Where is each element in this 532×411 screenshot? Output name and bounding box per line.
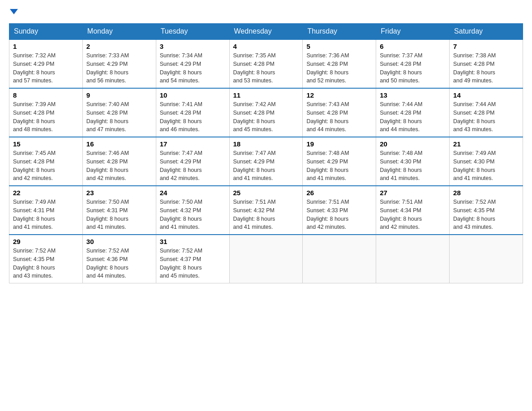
calendar-cell: 26Sunrise: 7:51 AMSunset: 4:33 PMDayligh… (303, 186, 376, 235)
calendar-cell: 17Sunrise: 7:47 AMSunset: 4:29 PMDayligh… (156, 137, 229, 186)
calendar-cell: 24Sunrise: 7:50 AMSunset: 4:32 PMDayligh… (156, 186, 229, 235)
calendar-col-header: Wednesday (229, 24, 303, 40)
day-number: 16 (86, 140, 152, 148)
day-number: 13 (380, 91, 446, 99)
day-number: 27 (380, 189, 446, 197)
calendar-cell: 4Sunrise: 7:35 AMSunset: 4:28 PMDaylight… (229, 39, 303, 88)
calendar-cell: 27Sunrise: 7:51 AMSunset: 4:34 PMDayligh… (376, 186, 450, 235)
day-info: Sunrise: 7:46 AMSunset: 4:28 PMDaylight:… (86, 149, 152, 183)
calendar-table: SundayMondayTuesdayWednesdayThursdayFrid… (9, 23, 523, 283)
calendar-cell: 16Sunrise: 7:46 AMSunset: 4:28 PMDayligh… (82, 137, 156, 186)
day-number: 12 (306, 91, 372, 99)
day-info: Sunrise: 7:35 AMSunset: 4:28 PMDaylight:… (233, 51, 299, 85)
calendar-cell: 2Sunrise: 7:33 AMSunset: 4:29 PMDaylight… (82, 39, 156, 88)
calendar-col-header: Sunday (9, 24, 83, 40)
calendar-col-header: Thursday (303, 24, 376, 40)
day-info: Sunrise: 7:48 AMSunset: 4:30 PMDaylight:… (380, 149, 446, 183)
calendar-cell: 30Sunrise: 7:52 AMSunset: 4:36 PMDayligh… (82, 235, 156, 283)
day-number: 24 (160, 189, 226, 197)
calendar-cell: 22Sunrise: 7:49 AMSunset: 4:31 PMDayligh… (9, 186, 83, 235)
calendar-week-row: 15Sunrise: 7:45 AMSunset: 4:28 PMDayligh… (9, 137, 523, 186)
day-number: 8 (13, 91, 79, 99)
calendar-week-row: 29Sunrise: 7:52 AMSunset: 4:35 PMDayligh… (9, 235, 523, 283)
day-info: Sunrise: 7:44 AMSunset: 4:28 PMDaylight:… (380, 100, 446, 134)
day-info: Sunrise: 7:45 AMSunset: 4:28 PMDaylight:… (13, 149, 79, 183)
day-number: 19 (306, 140, 372, 148)
day-info: Sunrise: 7:50 AMSunset: 4:32 PMDaylight:… (160, 198, 226, 231)
day-info: Sunrise: 7:40 AMSunset: 4:28 PMDaylight:… (86, 100, 152, 134)
calendar-cell: 3Sunrise: 7:34 AMSunset: 4:29 PMDaylight… (156, 39, 229, 88)
day-number: 25 (233, 189, 299, 197)
calendar-cell (450, 235, 523, 283)
day-number: 7 (453, 43, 519, 50)
day-info: Sunrise: 7:38 AMSunset: 4:28 PMDaylight:… (453, 51, 519, 85)
calendar-week-row: 1Sunrise: 7:32 AMSunset: 4:29 PMDaylight… (9, 39, 523, 88)
day-number: 18 (233, 140, 299, 148)
day-number: 4 (233, 43, 299, 50)
day-number: 9 (86, 91, 152, 99)
day-number: 6 (380, 43, 446, 50)
day-number: 28 (453, 189, 519, 197)
calendar-week-row: 8Sunrise: 7:39 AMSunset: 4:28 PMDaylight… (9, 88, 523, 137)
calendar-cell: 1Sunrise: 7:32 AMSunset: 4:29 PMDaylight… (9, 39, 83, 88)
day-info: Sunrise: 7:32 AMSunset: 4:29 PMDaylight:… (13, 51, 79, 85)
day-info: Sunrise: 7:51 AMSunset: 4:32 PMDaylight:… (233, 198, 299, 231)
calendar-col-header: Friday (376, 24, 450, 40)
calendar-cell: 12Sunrise: 7:43 AMSunset: 4:28 PMDayligh… (303, 88, 376, 137)
day-info: Sunrise: 7:33 AMSunset: 4:29 PMDaylight:… (86, 51, 152, 85)
day-info: Sunrise: 7:50 AMSunset: 4:31 PMDaylight:… (86, 198, 152, 231)
day-info: Sunrise: 7:41 AMSunset: 4:28 PMDaylight:… (160, 100, 226, 134)
day-info: Sunrise: 7:49 AMSunset: 4:31 PMDaylight:… (13, 198, 79, 231)
calendar-col-header: Saturday (450, 24, 523, 40)
calendar-cell: 11Sunrise: 7:42 AMSunset: 4:28 PMDayligh… (229, 88, 303, 137)
calendar-cell (229, 235, 303, 283)
calendar-cell: 7Sunrise: 7:38 AMSunset: 4:28 PMDaylight… (450, 39, 523, 88)
day-number: 31 (160, 238, 226, 245)
day-number: 17 (160, 140, 226, 148)
calendar-cell: 14Sunrise: 7:44 AMSunset: 4:28 PMDayligh… (450, 88, 523, 137)
calendar-cell: 29Sunrise: 7:52 AMSunset: 4:35 PMDayligh… (9, 235, 83, 283)
day-info: Sunrise: 7:52 AMSunset: 4:35 PMDaylight:… (13, 247, 79, 280)
day-info: Sunrise: 7:43 AMSunset: 4:28 PMDaylight:… (306, 100, 372, 134)
day-info: Sunrise: 7:47 AMSunset: 4:29 PMDaylight:… (160, 149, 226, 183)
calendar-cell: 28Sunrise: 7:52 AMSunset: 4:35 PMDayligh… (450, 186, 523, 235)
day-number: 3 (160, 43, 226, 50)
day-info: Sunrise: 7:48 AMSunset: 4:29 PMDaylight:… (306, 149, 372, 183)
calendar-cell: 21Sunrise: 7:49 AMSunset: 4:30 PMDayligh… (450, 137, 523, 186)
calendar-cell: 9Sunrise: 7:40 AMSunset: 4:28 PMDaylight… (82, 88, 156, 137)
day-number: 2 (86, 43, 152, 50)
calendar-cell: 15Sunrise: 7:45 AMSunset: 4:28 PMDayligh… (9, 137, 83, 186)
day-info: Sunrise: 7:36 AMSunset: 4:28 PMDaylight:… (306, 51, 372, 85)
day-number: 21 (453, 140, 519, 148)
day-info: Sunrise: 7:52 AMSunset: 4:36 PMDaylight:… (86, 247, 152, 280)
day-number: 5 (306, 43, 372, 50)
calendar-cell: 6Sunrise: 7:37 AMSunset: 4:28 PMDaylight… (376, 39, 450, 88)
calendar-cell: 18Sunrise: 7:47 AMSunset: 4:29 PMDayligh… (229, 137, 303, 186)
day-number: 26 (306, 189, 372, 197)
calendar-cell: 25Sunrise: 7:51 AMSunset: 4:32 PMDayligh… (229, 186, 303, 235)
day-number: 22 (13, 189, 79, 197)
calendar-cell: 19Sunrise: 7:48 AMSunset: 4:29 PMDayligh… (303, 137, 376, 186)
day-number: 11 (233, 91, 299, 99)
day-info: Sunrise: 7:47 AMSunset: 4:29 PMDaylight:… (233, 149, 299, 183)
calendar-col-header: Monday (82, 24, 156, 40)
calendar-cell: 13Sunrise: 7:44 AMSunset: 4:28 PMDayligh… (376, 88, 450, 137)
calendar-cell: 20Sunrise: 7:48 AMSunset: 4:30 PMDayligh… (376, 137, 450, 186)
day-info: Sunrise: 7:52 AMSunset: 4:35 PMDaylight:… (453, 198, 519, 231)
calendar-col-header: Tuesday (156, 24, 229, 40)
calendar-cell (303, 235, 376, 283)
day-info: Sunrise: 7:39 AMSunset: 4:28 PMDaylight:… (13, 100, 79, 134)
day-number: 10 (160, 91, 226, 99)
day-info: Sunrise: 7:34 AMSunset: 4:29 PMDaylight:… (160, 51, 226, 85)
day-number: 20 (380, 140, 446, 148)
day-info: Sunrise: 7:44 AMSunset: 4:28 PMDaylight:… (453, 100, 519, 134)
day-info: Sunrise: 7:51 AMSunset: 4:34 PMDaylight:… (380, 198, 446, 231)
logo-triangle-icon (10, 9, 18, 14)
day-number: 23 (86, 189, 152, 197)
calendar-cell (376, 235, 450, 283)
day-info: Sunrise: 7:37 AMSunset: 4:28 PMDaylight:… (380, 51, 446, 85)
calendar-week-row: 22Sunrise: 7:49 AMSunset: 4:31 PMDayligh… (9, 186, 523, 235)
calendar-cell: 5Sunrise: 7:36 AMSunset: 4:28 PMDaylight… (303, 39, 376, 88)
calendar-cell: 23Sunrise: 7:50 AMSunset: 4:31 PMDayligh… (82, 186, 156, 235)
calendar-cell: 31Sunrise: 7:52 AMSunset: 4:37 PMDayligh… (156, 235, 229, 283)
